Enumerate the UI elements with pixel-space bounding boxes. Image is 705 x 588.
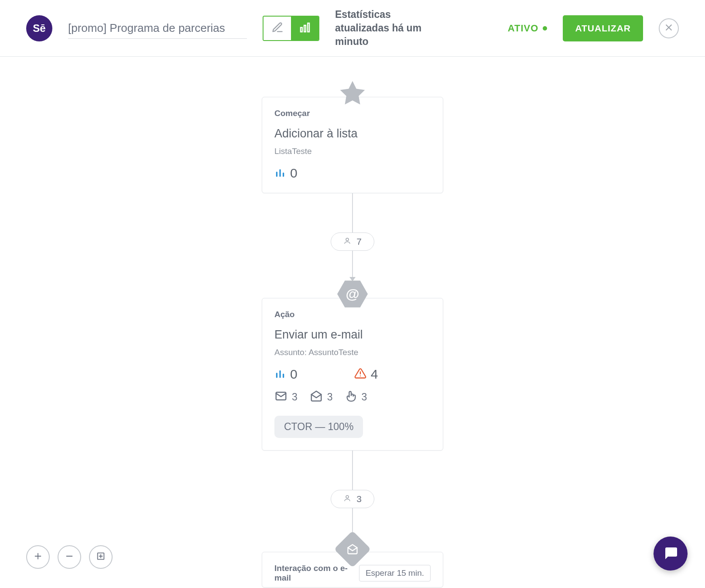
sent-count: 3	[292, 391, 298, 403]
chat-launcher[interactable]	[654, 537, 688, 571]
connector-count: 7	[356, 236, 362, 247]
logo-text: Sē	[33, 22, 45, 34]
svg-rect-2	[308, 23, 309, 32]
zoom-out-button[interactable]	[58, 545, 81, 569]
node-type-label: Começar	[274, 109, 431, 118]
svg-rect-1	[304, 25, 306, 32]
envelope-open-icon	[310, 390, 323, 404]
in-flow-count: 0	[290, 367, 298, 382]
ctor-pill: CTOR — 100%	[274, 416, 363, 438]
node-title: Adicionar à lista	[274, 127, 431, 140]
svg-point-9	[346, 238, 349, 241]
logo: Sē	[26, 15, 52, 41]
automation-title-input[interactable]	[68, 18, 247, 39]
fit-screen-button[interactable]	[89, 545, 113, 569]
chat-icon	[663, 545, 678, 562]
minus-icon	[65, 551, 74, 563]
svg-marker-5	[340, 81, 365, 105]
user-icon	[343, 236, 351, 247]
connector-count-pill: 7	[331, 232, 374, 251]
pointer-icon	[345, 390, 357, 404]
zoom-controls	[26, 545, 113, 569]
svg-point-16	[346, 496, 349, 498]
svg-rect-0	[301, 27, 302, 32]
warning-icon	[354, 367, 366, 381]
bar-chart-icon	[274, 167, 286, 180]
plus-icon	[33, 551, 43, 563]
status-active: ATIVO	[508, 23, 548, 34]
status-dot-icon	[543, 26, 547, 31]
opened-count: 3	[327, 391, 333, 403]
node-start-card[interactable]: Começar Adicionar à lista ListaTeste 0	[262, 97, 443, 193]
flow-container: Começar Adicionar à lista ListaTeste 0 7…	[262, 79, 443, 588]
connector	[352, 251, 353, 279]
user-icon	[343, 494, 351, 504]
node-type-label: Ação	[274, 310, 431, 319]
connector	[352, 193, 353, 232]
view-toggle-edit[interactable]	[264, 17, 291, 40]
pencil-icon	[271, 21, 284, 35]
view-toggle	[263, 16, 319, 41]
in-flow-count: 0	[290, 166, 298, 181]
node-action-card[interactable]: Ação Enviar um e-mail Assunto: AssuntoTe…	[262, 298, 443, 451]
star-icon	[338, 79, 367, 108]
view-toggle-stats[interactable]	[291, 17, 318, 40]
update-button[interactable]: ATUALIZAR	[563, 15, 643, 41]
close-button[interactable]	[659, 18, 679, 38]
bar-chart-icon	[274, 368, 286, 381]
connector-count: 3	[356, 494, 362, 504]
clicked-count: 3	[362, 391, 367, 403]
close-icon	[664, 23, 673, 34]
connector-count-pill: 3	[331, 490, 374, 508]
bar-chart-icon	[298, 21, 311, 36]
header: Sē Estatísticas atualizadas há um minuto…	[0, 0, 705, 57]
node-type-label: Interação com o e-mail	[274, 564, 354, 583]
node-subtitle: Assunto: AssuntoTeste	[274, 348, 431, 357]
node-title: Enviar um e-mail	[274, 328, 431, 342]
zoom-in-button[interactable]	[26, 545, 50, 569]
connector	[352, 451, 353, 490]
node-subtitle: ListaTeste	[274, 147, 431, 156]
error-count: 4	[371, 367, 378, 382]
flow-canvas[interactable]: Começar Adicionar à lista ListaTeste 0 7…	[0, 57, 705, 588]
fit-icon	[96, 551, 106, 563]
envelope-icon	[274, 390, 287, 404]
status-label: ATIVO	[508, 23, 539, 34]
stats-updated-text: Estatísticas atualizadas há um minuto	[335, 8, 435, 48]
wait-chip: Esperar 15 min.	[359, 565, 431, 581]
